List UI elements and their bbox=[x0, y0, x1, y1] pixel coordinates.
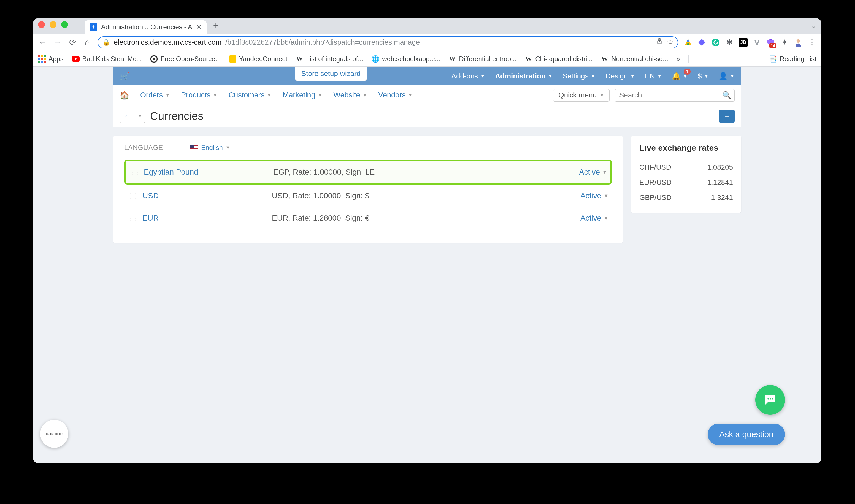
marketplace-badge[interactable]: Marketplace bbox=[40, 420, 68, 448]
bookmark-item[interactable]: WDifferential entrop... bbox=[448, 55, 516, 63]
omnibox-actions: ☆ bbox=[656, 38, 673, 47]
extension-purple-icon[interactable]: 14 bbox=[766, 38, 775, 47]
currency-status-dropdown[interactable]: Active▼ bbox=[581, 192, 608, 200]
currency-name-link[interactable]: Egyptian Pound bbox=[144, 168, 273, 177]
tab-menu-button[interactable]: ⌄ bbox=[811, 22, 816, 30]
caret-icon: ▼ bbox=[591, 73, 596, 79]
caret-icon: ▼ bbox=[599, 92, 604, 98]
new-tab-button[interactable]: + bbox=[213, 20, 219, 31]
caret-icon: ▼ bbox=[548, 73, 553, 79]
page-back-button[interactable]: ← bbox=[120, 110, 135, 123]
drag-handle-icon[interactable]: ⋮⋮ bbox=[127, 214, 138, 222]
home-button[interactable]: ⌂ bbox=[83, 38, 92, 47]
share-icon[interactable] bbox=[656, 38, 663, 47]
nav-currency[interactable]: $▼ bbox=[698, 72, 709, 80]
ask-question-button[interactable]: Ask a question bbox=[708, 424, 785, 445]
close-tab-button[interactable]: ✕ bbox=[196, 23, 202, 31]
nav-settings[interactable]: Settings▼ bbox=[563, 72, 596, 80]
currency-status-dropdown[interactable]: Active▼ bbox=[579, 168, 607, 177]
nav-design[interactable]: Design▼ bbox=[605, 72, 635, 80]
bookmark-item[interactable]: Bad Kids Steal Mc... bbox=[72, 55, 142, 63]
nav-customers[interactable]: Customers▼ bbox=[229, 91, 272, 100]
nav-marketing[interactable]: Marketing▼ bbox=[283, 91, 322, 100]
bookmark-item[interactable]: Yandex.Connect bbox=[229, 55, 288, 63]
drag-handle-icon[interactable]: ⋮⋮ bbox=[129, 168, 139, 176]
quick-menu-button[interactable]: Quick menu▼ bbox=[553, 89, 609, 102]
rate-value: 1.12841 bbox=[707, 178, 733, 187]
page-back-dropdown[interactable]: ▼ bbox=[135, 110, 145, 123]
nav-label: Website bbox=[333, 91, 360, 100]
drag-handle-icon[interactable]: ⋮⋮ bbox=[127, 192, 138, 200]
maximize-window-button[interactable] bbox=[61, 21, 68, 28]
bookmark-item[interactable]: WList of integrals of... bbox=[296, 55, 363, 63]
profile-avatar[interactable] bbox=[794, 38, 803, 47]
reload-button[interactable]: ⟳ bbox=[68, 37, 77, 47]
extensions-puzzle-icon[interactable]: ✦ bbox=[780, 38, 789, 47]
svg-point-13 bbox=[772, 398, 773, 400]
extension-diamond-icon[interactable] bbox=[697, 38, 706, 47]
bookmark-item[interactable]: 🌐web.schoolxapp.c... bbox=[372, 55, 440, 63]
nav-addons[interactable]: Add-ons▼ bbox=[451, 72, 485, 80]
nav-user[interactable]: 👤▼ bbox=[719, 72, 735, 80]
flag-icon bbox=[190, 145, 198, 150]
currency-row[interactable]: ⋮⋮ USD USD, Rate: 1.00000, Sign: $ Activ… bbox=[124, 184, 612, 207]
nav-language[interactable]: EN▼ bbox=[645, 72, 662, 80]
nav-orders[interactable]: Orders▼ bbox=[140, 91, 170, 100]
bookmark-item[interactable]: WChi-squared distri... bbox=[525, 55, 592, 63]
add-currency-button[interactable]: ＋ bbox=[719, 110, 735, 123]
nav-website[interactable]: Website▼ bbox=[333, 91, 367, 100]
extension-v-icon[interactable]: V bbox=[752, 38, 761, 47]
currencies-panel: LANGUAGE: English ▼ ⋮⋮ Egyptian Pound EG… bbox=[113, 136, 623, 243]
caret-icon: ▼ bbox=[604, 215, 608, 221]
home-icon[interactable]: 🏠 bbox=[120, 91, 129, 100]
caret-icon: ▼ bbox=[226, 145, 231, 151]
svg-point-11 bbox=[767, 398, 769, 400]
star-icon[interactable]: ☆ bbox=[667, 38, 673, 47]
back-button[interactable]: ← bbox=[38, 38, 47, 47]
apps-shortcut[interactable]: Apps bbox=[38, 55, 64, 63]
extension-drive-icon[interactable] bbox=[684, 38, 693, 47]
plus-icon: ＋ bbox=[723, 111, 731, 122]
nav-label: Products bbox=[181, 91, 211, 100]
nav-label: Marketing bbox=[283, 91, 315, 100]
close-window-button[interactable] bbox=[38, 21, 45, 28]
rate-row: CHF/USD1.08205 bbox=[639, 160, 733, 175]
currency-name-link[interactable]: EUR bbox=[142, 214, 272, 222]
notifications-button[interactable]: 🔔▼ 1 bbox=[672, 72, 688, 80]
browser-menu-icon[interactable]: ⋮ bbox=[808, 38, 816, 47]
bookmark-label: web.schoolxapp.c... bbox=[382, 55, 440, 63]
language-selector[interactable]: English ▼ bbox=[190, 144, 231, 151]
currency-status-dropdown[interactable]: Active▼ bbox=[581, 214, 608, 222]
cart-icon[interactable]: 🛒 bbox=[120, 72, 129, 81]
search-input[interactable] bbox=[614, 89, 719, 102]
bookmarks-overflow-button[interactable]: » bbox=[677, 55, 680, 63]
nav-administration[interactable]: Administration▼ bbox=[495, 72, 553, 80]
address-bar[interactable]: 🔒 electronics.demos.mv.cs-cart.com/b1df3… bbox=[97, 36, 678, 49]
minimize-window-button[interactable] bbox=[50, 21, 56, 28]
chat-icon bbox=[763, 393, 778, 407]
nav-products[interactable]: Products▼ bbox=[181, 91, 217, 100]
rate-pair: CHF/USD bbox=[639, 163, 671, 172]
caret-icon: ▼ bbox=[408, 92, 413, 98]
separator bbox=[688, 55, 689, 64]
bookmark-item[interactable]: WNoncentral chi-sq... bbox=[601, 55, 668, 63]
bookmark-item[interactable]: Free Open-Source... bbox=[150, 55, 221, 63]
store-setup-wizard-button[interactable]: Store setup wizard bbox=[295, 67, 367, 81]
bookmark-label: Yandex.Connect bbox=[239, 55, 288, 63]
currency-row[interactable]: ⋮⋮ EUR EUR, Rate: 1.28000, Sign: € Activ… bbox=[124, 207, 612, 229]
lock-icon: 🔒 bbox=[103, 39, 110, 46]
currency-name-link[interactable]: USD bbox=[142, 192, 272, 200]
language-label: LANGUAGE: bbox=[124, 144, 165, 151]
extension-gear-icon[interactable]: ✻ bbox=[725, 38, 734, 47]
currency-row[interactable]: ⋮⋮ Egyptian Pound EGP, Rate: 1.00000, Si… bbox=[124, 160, 612, 184]
rate-row: EUR/USD1.12841 bbox=[639, 175, 733, 190]
extension-jb-icon[interactable]: JB bbox=[739, 38, 748, 47]
forward-button[interactable]: → bbox=[53, 38, 62, 47]
reading-list-button[interactable]: 📑 Reading List bbox=[769, 55, 816, 63]
chat-fab-button[interactable] bbox=[755, 385, 785, 415]
browser-tab[interactable]: ✦ Administration :: Currencies - A ✕ bbox=[85, 20, 207, 34]
search-button[interactable]: 🔍 bbox=[719, 89, 735, 102]
extension-grammarly-icon[interactable] bbox=[711, 38, 720, 47]
nav-vendors[interactable]: Vendors▼ bbox=[378, 91, 413, 100]
odoo-icon bbox=[150, 55, 158, 63]
